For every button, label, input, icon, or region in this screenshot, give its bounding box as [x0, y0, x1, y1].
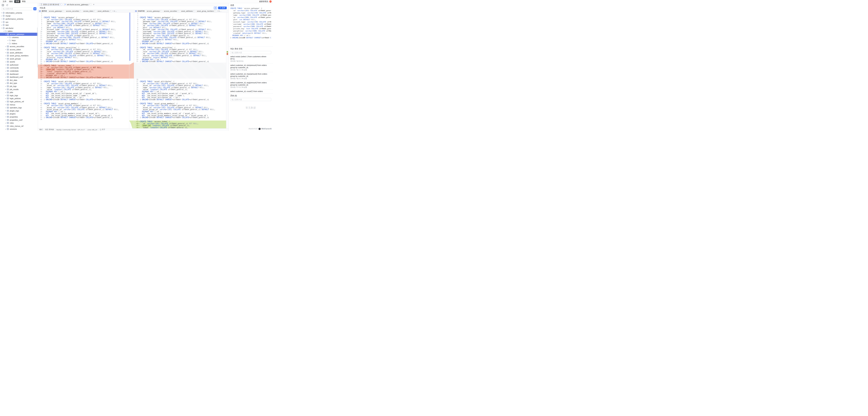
chevron-right-icon[interactable]: ▸ — [5, 116, 7, 117]
pane-tab-access_securities[interactable]: access_securities× — [65, 10, 82, 12]
sql-command-item[interactable]: select customer_id, min(amount) from ord… — [228, 64, 273, 72]
menu-item-帮助[interactable]: 帮助 — [21, 0, 27, 3]
tree-item-sessions[interactable]: ▸sessions — [0, 128, 38, 131]
tree-item-roles_menus_ref[interactable]: ▸roles_menus_ref — [0, 125, 38, 128]
chevron-right-icon[interactable]: ▸ — [5, 61, 7, 63]
chevron-right-icon[interactable]: ▸ — [5, 70, 7, 72]
chevron-right-icon[interactable]: ▸ — [1, 21, 2, 23]
chevron-right-icon[interactable]: ▸ — [5, 113, 7, 115]
chevron-right-icon[interactable]: ▸ — [1, 15, 2, 17]
close-icon[interactable]: × — [215, 10, 216, 12]
sql-commands-search-input[interactable] — [230, 51, 271, 54]
chevron-right-icon[interactable]: ▸ — [5, 92, 7, 93]
refresh-icon[interactable] — [6, 4, 8, 6]
chevron-right-icon[interactable]: ▸ — [5, 52, 7, 54]
tree-item-performance_schema[interactable]: ▸performance_schema — [0, 18, 38, 21]
tree-item-jobs[interactable]: ▸jobs — [0, 91, 38, 94]
chevron-down-icon[interactable]: ▾ — [1, 27, 2, 29]
tree-item-job_results[interactable]: ▸job_results — [0, 88, 38, 91]
close-icon[interactable]: × — [94, 10, 95, 12]
sql-command-item[interactable]: select customer_id, count(*) from orders — [228, 90, 273, 94]
sql-command-item[interactable]: select customer_id, avg(amount) from ord… — [228, 81, 273, 90]
tree-item-properties[interactable]: ▸properties — [0, 115, 38, 118]
chevron-right-icon[interactable]: ▸ — [5, 46, 7, 47]
pane-tab-asset_attributes[interactable]: asset_attributes× — [180, 10, 195, 12]
tree-item-access_gateways[interactable]: ▾access_gateways — [0, 33, 38, 36]
chevron-down-icon[interactable]: ▾ — [3, 30, 4, 32]
chevron-right-icon[interactable]: ▸ — [5, 128, 7, 130]
close-icon[interactable]: × — [110, 10, 111, 12]
pane-tab-access_gateways[interactable]: access_gateways× — [146, 10, 162, 12]
sidebar-search-input[interactable] — [1, 7, 32, 10]
chevron-right-icon[interactable]: ▸ — [5, 104, 7, 105]
tab-2025-12-30 08:34:42[interactable]: 2025-12-30 08:34:42× — [39, 3, 62, 6]
tree-item-mysql[interactable]: ▸mysql — [0, 14, 38, 18]
source-code-pane[interactable]: 123CREATE TABLE `access_gateways` (4 `id… — [38, 12, 129, 128]
tree-item-asset_groups[interactable]: ▸asset_groups — [0, 57, 38, 60]
chevron-right-icon[interactable]: ▸ — [5, 82, 7, 84]
tree-item-roles[interactable]: ▸roles — [0, 122, 38, 125]
tree-item-plugin_logs[interactable]: ▸plugin_logs — [0, 109, 38, 112]
history-search-input[interactable] — [230, 98, 271, 101]
close-icon[interactable]: × — [80, 10, 81, 12]
status-item-关于[interactable]: i关于 — [100, 129, 105, 131]
diff-overview-ruler[interactable] — [226, 12, 228, 128]
chevron-right-icon[interactable]: ▸ — [5, 107, 7, 108]
tree-item-commands[interactable]: ▸commands — [0, 66, 38, 70]
chevron-down-icon[interactable]: ▾ — [5, 33, 7, 35]
chevron-right-icon[interactable]: ▸ — [5, 67, 7, 69]
pane-tab-access_securities[interactable]: access_securities× — [163, 10, 180, 12]
tree-item-dashboard[interactable]: ▸dashboard — [0, 72, 38, 76]
chevron-right-icon[interactable]: ▸ — [5, 125, 7, 127]
tree-item-win-factor[interactable]: ▾win-factor — [0, 27, 38, 30]
tree-item-dashboard_conf[interactable]: ▸dashboard_conf — [0, 75, 38, 79]
chevron-right-icon[interactable]: ▸ — [5, 49, 7, 50]
chevron-right-icon[interactable]: ▸ — [7, 43, 9, 44]
chevron-right-icon[interactable]: ▸ — [7, 37, 9, 38]
chevron-right-icon[interactable]: ▸ — [5, 76, 7, 78]
close-icon[interactable]: × — [89, 4, 90, 5]
tree-item-asset_attributes[interactable]: ▸asset_attributes — [0, 51, 38, 54]
chevron-right-icon[interactable]: ▸ — [5, 98, 7, 99]
chevron-right-icon[interactable]: ▸ — [5, 55, 7, 57]
close-icon[interactable]: × — [178, 10, 179, 12]
tree-item-authorised[interactable]: ▸authorised — [0, 63, 38, 66]
camera-icon[interactable] — [214, 7, 217, 9]
chevron-right-icon[interactable]: ▸ — [5, 122, 7, 124]
chevron-right-icon[interactable]: ▸ — [5, 85, 7, 87]
tree-item-menus[interactable]: ▸menus — [0, 103, 38, 106]
tree-item-keys[interactable]: ▸keys — [0, 39, 38, 42]
tab-win-factor.access_gateways[interactable]: win-factor.access_gateways× — [63, 3, 91, 6]
tree-item-job_logs[interactable]: ▸job_logs — [0, 85, 38, 88]
chevron-right-icon[interactable]: ▸ — [5, 79, 7, 81]
user-avatar[interactable] — [269, 0, 272, 3]
close-icon[interactable]: × — [60, 4, 61, 5]
chevron-right-icon[interactable]: ▸ — [5, 58, 7, 60]
tree-item-properties_conf[interactable]: ▸properties_conf — [0, 118, 38, 122]
tree-item-dict_data[interactable]: ▸dict_data — [0, 79, 38, 82]
tree-item-sys[interactable]: ▸sys — [0, 21, 38, 24]
sql-command-item[interactable]: select customer_id, max(amount) from ord… — [228, 72, 273, 81]
tree-item-columns[interactable]: ▸columns — [0, 36, 38, 39]
add-icon[interactable]: + — [92, 3, 95, 6]
tree-item-assets[interactable]: ▸assets — [0, 60, 38, 64]
chevron-right-icon[interactable]: ▸ — [1, 24, 2, 26]
close-icon[interactable]: × — [193, 10, 194, 12]
filter-icon[interactable] — [33, 7, 36, 10]
pane-tab-access_token[interactable]: access_token× — [83, 10, 96, 12]
close-icon[interactable]: × — [62, 10, 64, 12]
tree-item-test[interactable]: ▸test — [0, 24, 38, 27]
close-icon[interactable]: × — [160, 10, 161, 12]
source-tabs-overflow[interactable]: + 4 ... — [113, 10, 117, 12]
tree-item-access_securities[interactable]: ▸access_securities — [0, 45, 38, 48]
chevron-right-icon[interactable]: ▸ — [5, 73, 7, 75]
chevron-right-icon[interactable]: ▸ — [5, 101, 7, 102]
tree-item-plugins[interactable]: ▸plugins — [0, 112, 38, 115]
chevron-right-icon[interactable]: ▸ — [7, 40, 9, 41]
chevron-right-icon[interactable]: ▸ — [5, 89, 7, 90]
menu-item-查看[interactable]: 查看 — [14, 0, 20, 3]
tree-item-login_policies_ref[interactable]: ▸login_policies_ref — [0, 100, 38, 103]
menu-item-文件[interactable]: 文件 — [1, 0, 7, 3]
target-code-pane[interactable]: 123CREATE TABLE `access_gateways` (4 `id… — [134, 12, 226, 128]
tree-item-credentials[interactable]: ▸credentials — [0, 69, 38, 72]
